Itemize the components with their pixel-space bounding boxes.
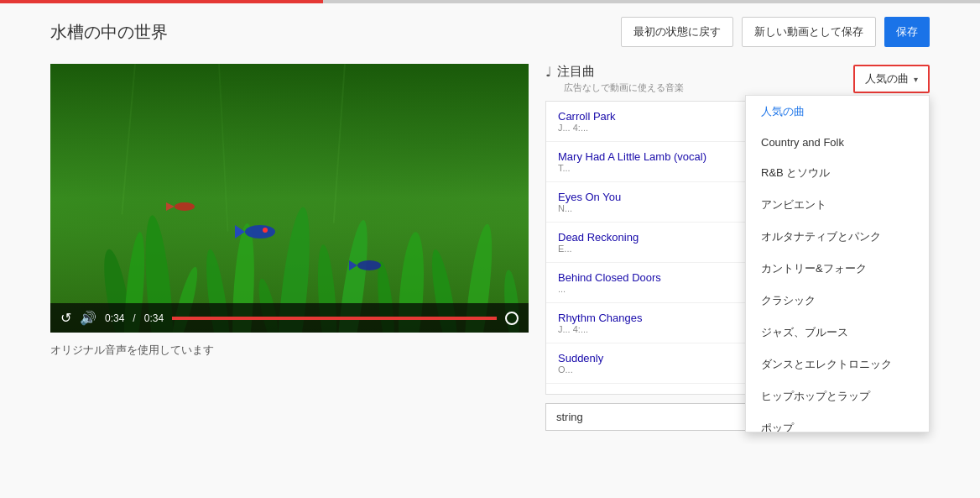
music-panel-subtitle: 広告なしで動画に使える音楽 xyxy=(564,81,684,94)
time-separator: / xyxy=(133,312,135,324)
play-icon[interactable]: ↺ xyxy=(60,310,71,326)
dropdown-item[interactable]: アンビエント xyxy=(746,189,929,221)
chevron-down-icon: ▾ xyxy=(914,75,918,84)
svg-point-19 xyxy=(357,260,381,270)
video-section: ↺ 🔊 0:34 / 0:34 オリジナル音声を使用しています xyxy=(50,64,529,431)
dropdown-item[interactable]: Country and Folk xyxy=(746,128,929,157)
progress-fill xyxy=(0,0,323,3)
svg-point-18 xyxy=(263,228,268,233)
video-overlay xyxy=(50,64,529,333)
dropdown-item[interactable]: ジャズ、ブルース xyxy=(746,317,929,349)
genre-button-label: 人気の曲 xyxy=(865,71,909,86)
aquarium-visual xyxy=(50,64,529,333)
dropdown-item[interactable]: ヒップホップとラップ xyxy=(746,380,929,412)
svg-point-16 xyxy=(245,225,275,239)
music-panel-title-text: 注目曲 xyxy=(557,64,595,80)
save-button[interactable]: 保存 xyxy=(884,17,930,47)
music-note-icon: ♩ xyxy=(545,64,552,80)
page-title: 水槽の中の世界 xyxy=(50,21,168,44)
video-caption: オリジナル音声を使用しています xyxy=(50,343,529,358)
volume-icon[interactable]: 🔊 xyxy=(80,310,96,326)
music-panel-title: ♩ 注目曲 xyxy=(545,64,684,80)
header-row: 水槽の中の世界 最初の状態に戻す 新しい動画として保存 保存 xyxy=(50,17,930,47)
time-current: 0:34 xyxy=(105,312,124,324)
video-progress-fill xyxy=(172,317,497,320)
dropdown-item[interactable]: クラシック xyxy=(746,285,929,317)
genre-dropdown: 人気の曲Country and FolkR&B とソウルアンビエントオルタナティ… xyxy=(745,95,930,432)
fullscreen-button[interactable] xyxy=(505,312,519,325)
genre-button-container: 人気の曲 ▾ 人気の曲Country and FolkR&B とソウルアンビエン… xyxy=(853,65,930,93)
genre-button[interactable]: 人気の曲 ▾ xyxy=(853,65,930,93)
music-panel: ♩ 注目曲 広告なしで動画に使える音楽 人気の曲 ▾ 人気の曲Country a… xyxy=(545,64,930,431)
music-panel-title-area: ♩ 注目曲 広告なしで動画に使える音楽 xyxy=(545,64,684,94)
video-player[interactable]: ↺ 🔊 0:34 / 0:34 xyxy=(50,64,529,333)
save-new-button[interactable]: 新しい動画として保存 xyxy=(742,17,876,47)
video-progress-bg[interactable] xyxy=(172,317,497,320)
reset-button[interactable]: 最初の状態に戻す xyxy=(621,17,733,47)
video-controls: ↺ 🔊 0:34 / 0:34 xyxy=(50,303,529,333)
header-buttons: 最初の状態に戻す 新しい動画として保存 保存 xyxy=(621,17,930,47)
progress-bar xyxy=(0,0,980,3)
dropdown-item[interactable]: ダンスとエレクトロニック xyxy=(746,349,929,380)
dropdown-item[interactable]: カントリー&フォーク xyxy=(746,253,929,285)
dropdown-item[interactable]: R&B とソウル xyxy=(746,157,929,189)
main-content: 水槽の中の世界 最初の状態に戻す 新しい動画として保存 保存 xyxy=(0,3,980,444)
dropdown-item[interactable]: 人気の曲 xyxy=(746,96,929,128)
content-row: ↺ 🔊 0:34 / 0:34 オリジナル音声を使用しています ♩ xyxy=(50,64,930,431)
dropdown-list: 人気の曲Country and FolkR&B とソウルアンビエントオルタナティ… xyxy=(746,96,929,432)
dropdown-item[interactable]: オルタナティブとパンク xyxy=(746,221,929,253)
svg-point-21 xyxy=(175,202,195,211)
music-panel-header: ♩ 注目曲 広告なしで動画に使える音楽 人気の曲 ▾ 人気の曲Country a… xyxy=(545,64,930,94)
time-total: 0:34 xyxy=(144,312,164,324)
dropdown-item[interactable]: ポップ xyxy=(746,412,929,432)
